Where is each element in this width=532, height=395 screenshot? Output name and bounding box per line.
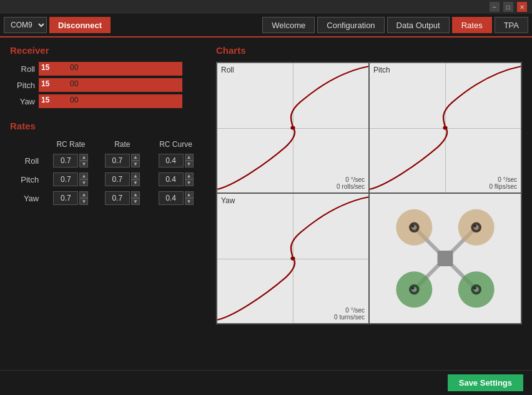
rates-row-roll: Roll ▲ ▼	[10, 151, 204, 170]
rates-pitch-rccurve-arrows: ▲ ▼	[185, 172, 194, 186]
chart-roll-stats: 0 °/sec 0 rolls/sec	[337, 176, 365, 190]
rates-yaw-rcrate-cell: ▲ ▼	[45, 189, 96, 208]
port-select[interactable]: COM9	[4, 17, 47, 33]
rates-yaw-rccurve-down[interactable]: ▼	[185, 198, 194, 205]
rates-pitch-rccurve-down[interactable]: ▼	[185, 179, 194, 186]
maximize-button[interactable]: □	[503, 2, 513, 12]
rates-yaw-rcrate-spinner: ▲ ▼	[46, 191, 95, 205]
tab-data-output[interactable]: Data Output	[387, 17, 450, 33]
svg-point-9	[411, 225, 414, 228]
rates-pitch-rate-cell: ▲ ▼	[97, 170, 148, 189]
svg-point-1	[443, 126, 447, 129]
chart-pitch-stat1: 0 °/sec	[490, 176, 517, 183]
rates-pitch-rccurve-cell: ▲ ▼	[148, 170, 204, 189]
rates-yaw-rcrate-down[interactable]: ▼	[79, 198, 88, 205]
title-bar: − □ ✕	[0, 0, 532, 14]
svg-point-13	[474, 225, 476, 228]
rates-roll-rccurve-input[interactable]	[159, 154, 184, 168]
rates-yaw-rcrate-input[interactable]	[53, 191, 78, 205]
chart-roll-stat2: 0 rolls/sec	[337, 183, 365, 190]
tab-configuration[interactable]: Configuration	[317, 17, 384, 33]
rates-pitch-rcrate-cell: ▲ ▼	[45, 170, 96, 189]
receiver-title: Receiver	[10, 45, 204, 56]
rates-yaw-rccurve-up[interactable]: ▲	[185, 191, 194, 198]
svg-point-2	[290, 256, 295, 260]
rates-roll-rccurve-down[interactable]: ▼	[185, 161, 194, 168]
svg-point-21	[474, 287, 476, 289]
rates-yaw-rccurve-cell: ▲ ▼	[148, 189, 204, 208]
rates-pitch-rcrate-down[interactable]: ▼	[79, 179, 88, 186]
rates-roll-rate-up[interactable]: ▲	[131, 154, 140, 161]
rates-roll-rccurve-up[interactable]: ▲	[185, 154, 194, 161]
rates-roll-rccurve-arrows: ▲ ▼	[185, 154, 194, 168]
receiver-roll-value: 15	[41, 63, 49, 72]
rates-yaw-label: Yaw	[10, 189, 45, 208]
rates-roll-rcrate-spinner: ▲ ▼	[46, 154, 95, 168]
rates-yaw-rate-arrows: ▲ ▼	[131, 191, 140, 205]
rates-pitch-rcrate-input[interactable]	[53, 172, 78, 186]
receiver-section: Receiver Roll 15 00 Pitch 15 00	[10, 45, 204, 108]
chart-drone	[369, 193, 521, 324]
rates-roll-rcrate-arrows: ▲ ▼	[79, 154, 88, 168]
rates-pitch-rate-input[interactable]	[105, 172, 130, 186]
rates-roll-rate-input[interactable]	[105, 154, 130, 168]
disconnect-button[interactable]: Disconnect	[49, 17, 111, 33]
save-settings-button[interactable]: Save Settings	[448, 374, 523, 391]
nav-bar: COM9 Disconnect Welcome Configuration Da…	[0, 14, 532, 38]
rates-yaw-rate-down[interactable]: ▼	[131, 198, 140, 205]
receiver-row-roll: Roll 15 00	[10, 62, 204, 76]
rates-roll-rcrate-input[interactable]	[53, 154, 78, 168]
tab-rates[interactable]: Rates	[452, 17, 492, 33]
close-button[interactable]: ✕	[517, 2, 527, 12]
pitch-curve-svg	[370, 63, 521, 192]
drone-svg	[370, 194, 521, 323]
minimize-button[interactable]: −	[490, 2, 500, 12]
chart-roll-stat1: 0 °/sec	[337, 176, 365, 183]
yaw-curve-svg	[217, 194, 368, 323]
rates-roll-rcrate-up[interactable]: ▲	[79, 154, 88, 161]
rates-roll-rcrate-down[interactable]: ▼	[79, 161, 88, 168]
charts-title: Charts	[216, 45, 522, 56]
rates-pitch-rcrate-spinner: ▲ ▼	[46, 172, 95, 186]
rates-pitch-rccurve-up[interactable]: ▲	[185, 172, 194, 179]
rates-pitch-rcrate-up[interactable]: ▲	[79, 172, 88, 179]
rates-pitch-rate-down[interactable]: ▼	[131, 179, 140, 186]
rates-roll-rate-cell: ▲ ▼	[97, 151, 148, 170]
chart-yaw-stats: 0 °/sec 0 turns/sec	[334, 307, 365, 321]
rates-yaw-rccurve-spinner: ▲ ▼	[149, 191, 202, 205]
rates-pitch-rccurve-input[interactable]	[159, 172, 184, 186]
rates-pitch-rccurve-spinner: ▲ ▼	[149, 172, 202, 186]
receiver-yaw-suffix: 00	[70, 96, 78, 104]
rates-table: RC Rate Rate RC Curve Roll ▲	[10, 138, 204, 208]
rates-roll-rccurve-cell: ▲ ▼	[148, 151, 204, 170]
receiver-pitch-label: Pitch	[10, 81, 35, 90]
chart-pitch-label: Pitch	[373, 66, 390, 74]
chart-roll-label: Roll	[221, 66, 234, 74]
rates-yaw-rcrate-arrows: ▲ ▼	[79, 191, 88, 205]
rates-pitch-rcrate-arrows: ▲ ▼	[79, 172, 88, 186]
tab-welcome[interactable]: Welcome	[262, 17, 315, 33]
rates-section: Rates RC Rate Rate RC Curve Roll	[10, 121, 204, 208]
chart-yaw-stat2: 0 turns/sec	[334, 314, 365, 321]
rates-yaw-rcrate-up[interactable]: ▲	[79, 191, 88, 198]
rates-row-yaw: Yaw ▲ ▼	[10, 189, 204, 208]
roll-curve-svg	[217, 63, 368, 192]
receiver-yaw-bar: 15 00	[39, 94, 182, 108]
rates-col-rccurve: RC Curve	[148, 138, 204, 151]
tab-tpa[interactable]: TPA	[495, 17, 528, 33]
rates-yaw-rate-up[interactable]: ▲	[131, 191, 140, 198]
receiver-yaw-value: 15	[41, 96, 49, 104]
chart-yaw: Yaw 0 °/sec 0 turns/sec	[217, 193, 369, 324]
receiver-yaw-label: Yaw	[10, 97, 35, 106]
rates-roll-rate-down[interactable]: ▼	[131, 161, 140, 168]
receiver-roll-label: Roll	[10, 64, 35, 74]
rates-yaw-rate-spinner: ▲ ▼	[98, 191, 147, 205]
chart-pitch-stat2: 0 flips/sec	[490, 183, 517, 190]
receiver-row-pitch: Pitch 15 00	[10, 78, 204, 92]
rates-pitch-rate-up[interactable]: ▲	[131, 172, 140, 179]
rates-yaw-rccurve-input[interactable]	[159, 191, 184, 205]
receiver-pitch-bg	[39, 78, 182, 92]
rates-col-empty	[10, 138, 45, 151]
rates-yaw-rate-input[interactable]	[105, 191, 130, 205]
rates-roll-rate-arrows: ▲ ▼	[131, 154, 140, 168]
